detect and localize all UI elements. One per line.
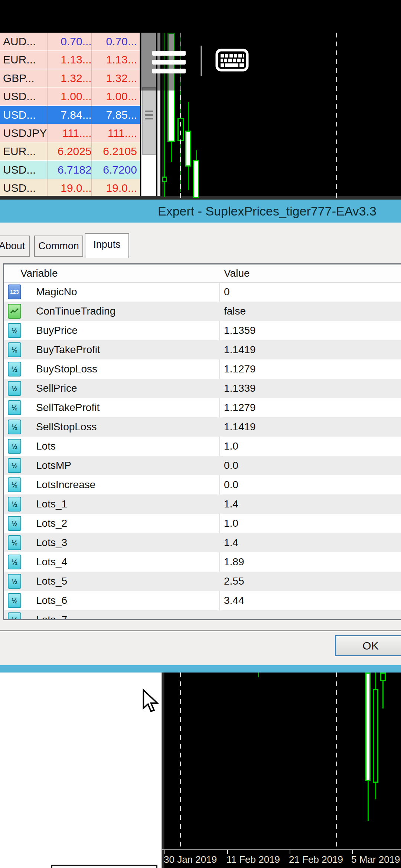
scrollbar-grip-icon: [145, 111, 153, 112]
symbol-cell: AUD...: [0, 35, 49, 48]
column-header-value: Value: [224, 267, 250, 279]
market-watch-row[interactable]: USD...6.71826.7200: [0, 161, 140, 180]
input-row[interactable]: ½SellStopLoss1.1419: [4, 417, 401, 437]
tab-inputs[interactable]: Inputs: [85, 233, 129, 258]
input-row[interactable]: ½Lots_31.4: [4, 533, 401, 552]
input-type-icon: ½: [8, 612, 21, 620]
variable-value[interactable]: 1.89: [224, 556, 244, 568]
ask-cell: 1.00...: [94, 90, 140, 103]
expert-properties-dialog: About Common Inputs Variable Value 123Ma…: [0, 223, 401, 665]
candle-wick: [258, 673, 259, 677]
time-axis: [162, 849, 401, 850]
variable-name: Lots_2: [36, 517, 67, 529]
input-row[interactable]: ½BuyTakeProfit1.1419: [4, 340, 401, 359]
symbol-cell: EUR...: [0, 53, 49, 66]
variable-value[interactable]: false: [224, 305, 246, 317]
variable-name: SellTakeProfit: [36, 402, 100, 414]
market-watch-row[interactable]: USD...19.0...19.0...: [0, 179, 140, 198]
input-row[interactable]: ConTinueTradingfalse: [4, 302, 401, 321]
variable-value[interactable]: 1.4: [224, 498, 238, 510]
variable-value[interactable]: 1.1279: [224, 363, 256, 375]
bid-cell: 7.84...: [49, 109, 94, 121]
scrollbar-thumb[interactable]: [142, 87, 156, 155]
market-watch-row[interactable]: USD...1.00...1.00...: [0, 88, 140, 106]
variable-name: Lots_6: [36, 595, 67, 606]
variable-value[interactable]: 1.4: [224, 537, 238, 549]
bid-cell: 1.13...: [49, 53, 94, 66]
candle-body: [365, 673, 371, 781]
menu-icon[interactable]: [152, 60, 186, 65]
variable-value[interactable]: 2.55: [224, 575, 244, 587]
variable-value[interactable]: 1.1419: [224, 344, 256, 356]
input-type-icon: ½: [8, 381, 21, 396]
bottom-window-edge: [51, 865, 157, 868]
inputs-table: Variable Value 123MagicNo0ConTinueTradin…: [3, 263, 401, 620]
input-row[interactable]: ½Lots_7: [4, 610, 401, 620]
axis-date-label: 30 Jan 2019: [164, 854, 217, 865]
bid-cell: 6.2025: [49, 145, 94, 158]
ask-cell: 6.7200: [94, 164, 140, 176]
input-row[interactable]: ½Lots1.0: [4, 437, 401, 456]
input-type-icon: ½: [8, 439, 21, 454]
symbol-cell: USD...: [0, 109, 49, 121]
variable-value[interactable]: 1.0: [224, 440, 238, 452]
input-type-icon: ½: [8, 458, 21, 473]
mouse-cursor: [142, 688, 159, 713]
menu-icon[interactable]: [152, 69, 186, 73]
input-row[interactable]: ½SellTakeProfit1.1279: [4, 398, 401, 417]
market-watch-row[interactable]: GBP...1.32...1.32...: [0, 69, 140, 88]
variable-value[interactable]: 0.0: [224, 479, 238, 491]
input-row[interactable]: ½Lots_11.4: [4, 494, 401, 514]
input-row[interactable]: ½BuyStopLoss1.1279: [4, 359, 401, 379]
input-row[interactable]: ½BuyPrice1.1359: [4, 321, 401, 340]
input-row[interactable]: ½LotsIncrease0.0: [4, 475, 401, 494]
variable-value[interactable]: 1.1339: [224, 382, 256, 394]
input-type-icon: ½: [8, 574, 21, 589]
market-watch-row[interactable]: AUD...0.70...0.70...: [0, 33, 140, 51]
input-type-icon: ½: [8, 497, 21, 512]
dialog-bottom-bar: [0, 665, 401, 673]
market-watch-row[interactable]: USDJPY111....111....: [0, 124, 140, 143]
table-header: Variable Value: [4, 264, 401, 283]
variable-value[interactable]: 0.0: [224, 460, 238, 471]
ok-button[interactable]: OK: [335, 635, 401, 656]
symbol-cell: USD...: [0, 164, 49, 176]
variable-name: LotsMP: [36, 460, 71, 471]
axis-date-label: 5 Mar 2019: [351, 854, 400, 865]
ask-cell: 19.0...: [94, 182, 140, 194]
menu-icon[interactable]: [152, 51, 186, 56]
input-row[interactable]: ½SellPrice1.1339: [4, 379, 401, 398]
tab-common[interactable]: Common: [34, 236, 83, 257]
variable-value[interactable]: 1.1359: [224, 325, 256, 336]
variable-value[interactable]: 1.0: [224, 517, 238, 529]
input-type-icon: ½: [8, 477, 21, 492]
variable-value[interactable]: 3.44: [224, 595, 244, 606]
market-watch-row[interactable]: USD...7.84...7.85...: [0, 106, 140, 125]
tab-about[interactable]: About: [0, 236, 30, 257]
keyboard-icon[interactable]: [215, 49, 249, 72]
ask-cell: 111....: [94, 127, 140, 139]
input-type-icon: ½: [8, 420, 21, 434]
variable-value[interactable]: 0: [224, 286, 230, 298]
market-watch-row[interactable]: EUR...1.13...1.13...: [0, 51, 140, 69]
input-row[interactable]: ½Lots_41.89: [4, 552, 401, 572]
variable-value[interactable]: 1.1419: [224, 421, 256, 433]
period-separator-line: [180, 673, 181, 850]
input-type-icon: ½: [8, 593, 21, 608]
input-type-icon: ½: [8, 516, 21, 531]
variable-value[interactable]: 1.1279: [224, 402, 256, 414]
section-divider: [0, 196, 401, 200]
bid-cell: 1.00...: [49, 90, 94, 103]
input-row[interactable]: 123MagicNo0: [4, 282, 401, 302]
market-watch-row[interactable]: EUR...6.20256.2105: [0, 142, 140, 161]
variable-name: BuyPrice: [36, 325, 78, 336]
dialog-divider: [0, 631, 401, 632]
input-row[interactable]: ½LotsMP0.0: [4, 456, 401, 475]
axis-date-label: 21 Feb 2019: [289, 854, 343, 865]
input-row[interactable]: ½Lots_63.44: [4, 591, 401, 610]
market-watch-panel[interactable]: AUD...0.70...0.70...EUR...1.13...1.13...…: [0, 33, 140, 198]
variable-name: SellStopLoss: [36, 421, 97, 433]
input-row[interactable]: ½Lots_21.0: [4, 514, 401, 533]
input-row[interactable]: ½Lots_52.55: [4, 572, 401, 591]
period-separator-line: [336, 33, 337, 198]
